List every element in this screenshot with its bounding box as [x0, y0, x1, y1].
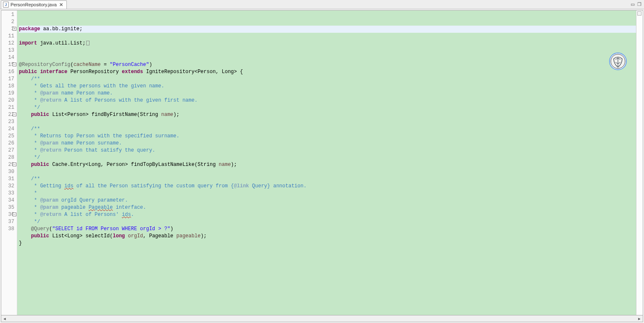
code-line[interactable]	[19, 168, 636, 176]
line-number: 38	[1, 226, 14, 233]
line-number: 27	[1, 147, 14, 154]
overview-ruler[interactable]	[636, 11, 643, 315]
minimize-icon[interactable]: ▭	[631, 2, 635, 7]
code-line[interactable]: * @return A list of Persons' ids.	[19, 211, 636, 218]
code-line[interactable]: * Getting ids of all the Person satisfyi…	[19, 183, 636, 190]
line-number: 33	[1, 190, 14, 197]
code-editor: 123+1112131415−16171819202122−2324252627…	[1, 10, 643, 315]
code-line[interactable]: * Returns top Person with the specified …	[19, 133, 636, 140]
line-number: 1	[1, 11, 14, 18]
line-number: 11	[1, 33, 14, 40]
code-line[interactable]: @Query("SELECT id FROM Person WHERE orgI…	[19, 226, 636, 233]
code-line[interactable]: import java.util.List;	[19, 40, 636, 47]
line-number: 31	[1, 176, 14, 183]
code-line[interactable]: public List<Long> selectId(long orgId, P…	[19, 233, 636, 240]
code-line[interactable]	[19, 47, 636, 54]
code-line[interactable]: * @return A list of Persons with the giv…	[19, 97, 636, 104]
line-number-gutter: 123+1112131415−16171819202122−2324252627…	[1, 11, 17, 315]
line-number: 30	[1, 168, 14, 176]
fold-collapse-icon[interactable]: −	[13, 63, 16, 66]
code-line[interactable]: * @return Person that satisfy the query.	[19, 147, 636, 154]
line-number: 2	[1, 18, 14, 26]
tab-personrepository[interactable]: J PersonRepository.java ✕	[1, 0, 67, 9]
code-line[interactable]: }	[19, 240, 636, 247]
profile-avatar-icon[interactable]	[609, 53, 627, 70]
fold-collapse-icon[interactable]: −	[13, 213, 16, 216]
line-number: 17	[1, 76, 14, 83]
maximize-icon[interactable]: ❐	[637, 2, 641, 7]
line-number: 3+	[1, 26, 14, 33]
code-line[interactable]: * Gets all the persons with the given na…	[19, 83, 636, 90]
code-line[interactable]: public interface PersonRepository extend…	[19, 68, 636, 76]
line-number: 35	[1, 204, 14, 211]
line-number: 12	[1, 40, 14, 47]
line-number: 34	[1, 197, 14, 204]
code-line[interactable]: /**	[19, 126, 636, 133]
code-line[interactable]: * @param pageable Pageable interface.	[19, 204, 636, 211]
line-number: 24	[1, 126, 14, 133]
code-line[interactable]: package aa.bb.ignite;	[19, 26, 636, 33]
code-line[interactable]: *	[19, 190, 636, 197]
code-line[interactable]: /**	[19, 76, 636, 83]
line-number: 14	[1, 54, 14, 61]
scroll-right-icon[interactable]: ►	[636, 316, 643, 322]
line-number: 15−	[1, 61, 14, 68]
code-line[interactable]: */	[19, 104, 636, 111]
code-line[interactable]	[19, 54, 636, 61]
line-number: 18	[1, 83, 14, 90]
code-line[interactable]: /**	[19, 176, 636, 183]
fold-collapse-icon[interactable]: −	[13, 113, 16, 116]
code-line[interactable]: @RepositoryConfig(cacheName = "PersonCac…	[19, 61, 636, 68]
code-line[interactable]: * @param name Person name.	[19, 90, 636, 97]
close-tab-icon[interactable]: ✕	[58, 2, 64, 8]
line-number: 13	[1, 47, 14, 54]
code-line[interactable]: */	[19, 218, 636, 226]
horizontal-scrollbar[interactable]: ◄ ►	[1, 315, 643, 322]
line-number: 26	[1, 140, 14, 147]
editor-tabbar: J PersonRepository.java ✕ ▭ ❐	[0, 0, 644, 9]
tabbar-actions: ▭ ❐	[631, 2, 644, 7]
line-number: 19	[1, 90, 14, 97]
line-number: 23	[1, 118, 14, 126]
overview-ruler-indicator	[637, 11, 641, 16]
line-number: 36−	[1, 211, 14, 218]
fold-collapse-icon[interactable]: −	[13, 163, 16, 166]
code-area[interactable]: package aa.bb.ignite; import java.util.L…	[17, 11, 636, 315]
scroll-left-icon[interactable]: ◄	[1, 316, 8, 322]
java-file-icon: J	[3, 2, 9, 8]
fold-expand-icon[interactable]: +	[13, 27, 16, 31]
line-number: 20	[1, 97, 14, 104]
line-number: 25	[1, 133, 14, 140]
line-number: 22−	[1, 111, 14, 118]
line-number: 21	[1, 104, 14, 111]
code-line[interactable]	[19, 33, 636, 40]
code-line[interactable]: */	[19, 154, 636, 161]
tab-label: PersonRepository.java	[11, 2, 57, 7]
line-number: 32	[1, 183, 14, 190]
line-number: 28	[1, 154, 14, 161]
code-line[interactable]: * @param orgId Query parameter.	[19, 197, 636, 204]
code-line[interactable]: * @param name Person surname.	[19, 140, 636, 147]
line-number: 29−	[1, 161, 14, 168]
code-line[interactable]: public List<Person> findByFirstName(Stri…	[19, 111, 636, 118]
folded-region-icon[interactable]	[86, 41, 90, 45]
code-line[interactable]: public Cache.Entry<Long, Person> findTop…	[19, 161, 636, 168]
code-line[interactable]	[19, 118, 636, 126]
line-number: 16	[1, 68, 14, 76]
line-number: 37	[1, 218, 14, 226]
